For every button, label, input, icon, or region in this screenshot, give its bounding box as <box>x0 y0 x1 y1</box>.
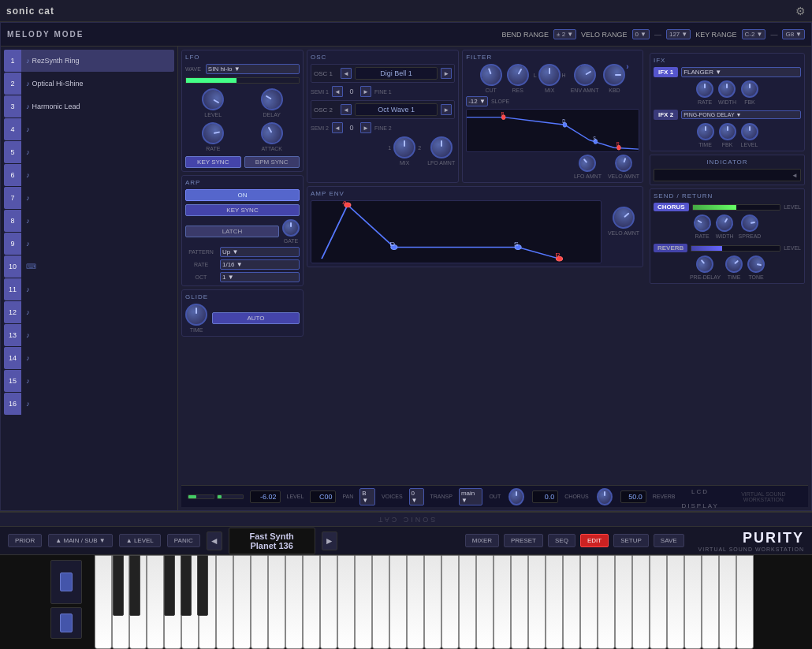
preset-item-7[interactable]: 7♪ <box>4 187 174 209</box>
white-key-e2[interactable] <box>251 555 268 649</box>
key-range-max-select[interactable]: G8 ▼ <box>782 29 805 39</box>
ifx2-time-knob[interactable] <box>697 123 714 140</box>
arp-oct-select[interactable]: 1 ▼ <box>220 272 300 282</box>
seq-btn[interactable]: SEQ <box>548 534 575 547</box>
filter-cut-knob[interactable] <box>477 61 505 89</box>
chorus-width-knob[interactable] <box>713 211 736 235</box>
white-key-g2[interactable] <box>285 555 303 649</box>
white-key-a3[interactable] <box>424 555 441 649</box>
white-key-f1[interactable] <box>147 555 164 649</box>
white-key-b2[interactable] <box>320 555 337 649</box>
voices-select[interactable]: B ▼ <box>359 488 375 505</box>
prior-btn[interactable]: PRIOR <box>8 534 42 547</box>
panic-btn[interactable]: PANIC <box>167 534 200 547</box>
white-key-e6[interactable] <box>736 555 754 649</box>
preset-btn[interactable]: PRESET <box>504 534 543 547</box>
transp-select[interactable]: 0 ▼ <box>409 488 424 505</box>
preset-item-11[interactable]: 11♪ <box>4 278 174 300</box>
filter-env-amnt-knob[interactable] <box>569 60 599 90</box>
preset-prev-btn[interactable]: ◄ <box>207 532 222 550</box>
filter-slope-select[interactable]: -12 ▼ <box>466 96 488 106</box>
filter-kbd-knob[interactable] <box>603 64 625 86</box>
ifx1-fbk-knob[interactable] <box>741 80 758 98</box>
preset-item-15[interactable]: 15♪ <box>4 370 174 392</box>
osc1-semi-up[interactable]: ► <box>360 86 371 97</box>
chorus-level-bar[interactable] <box>692 204 781 211</box>
level-btn[interactable]: ▲ LEVEL <box>119 534 161 547</box>
out-select[interactable]: main ▼ <box>459 488 482 505</box>
preset-item-1[interactable]: 1 ♪ RezSynth Ring <box>4 50 174 72</box>
lfo-level-knob[interactable] <box>198 84 228 114</box>
white-key-c3[interactable] <box>337 555 355 649</box>
preset-next-btn[interactable]: ► <box>322 532 337 550</box>
filter-res-knob[interactable] <box>503 60 533 90</box>
preset-item-10[interactable]: 10⌨ <box>4 255 174 278</box>
lfo-rate-knob[interactable] <box>200 121 225 146</box>
white-key-d6[interactable] <box>719 555 736 649</box>
arp-on-btn[interactable]: ON <box>185 189 300 201</box>
osc-lfo-amnt-knob[interactable] <box>430 136 453 159</box>
mixer-btn[interactable]: MIXER <box>465 534 499 547</box>
preset-item-8[interactable]: 8♪ <box>4 210 174 232</box>
white-key-c6[interactable] <box>702 555 719 649</box>
white-key-d2[interactable] <box>233 555 251 649</box>
white-key-c4[interactable] <box>459 555 476 649</box>
osc2-prev-btn[interactable]: ◄ <box>341 104 352 115</box>
preset-item-13[interactable]: 13♪ <box>4 324 174 346</box>
ifx1-rate-knob[interactable] <box>696 80 713 98</box>
master-knob[interactable] <box>508 488 524 505</box>
white-key-c5[interactable] <box>580 555 598 649</box>
arp-pattern-select[interactable]: Up ▼ <box>220 247 300 257</box>
reverb-master-knob[interactable] <box>597 488 613 505</box>
osc2-next-btn[interactable]: ► <box>441 104 452 115</box>
preset-item-2[interactable]: 2 ♪ Optical Hi-Shine <box>4 73 174 95</box>
white-key-a2[interactable] <box>303 555 320 649</box>
main-sub-btn[interactable]: ▲ MAIN / SUB ▼ <box>48 534 112 547</box>
preset-item-9[interactable]: 9♪ <box>4 233 174 255</box>
edit-btn[interactable]: EDIT <box>580 534 609 547</box>
white-key-e3[interactable] <box>372 555 389 649</box>
arp-latch-btn[interactable]: LATCH <box>185 226 279 237</box>
preset-item-3[interactable]: 3 ♪ Harmonic Lead <box>4 95 174 117</box>
chorus-rate-knob[interactable] <box>691 211 714 235</box>
save-btn[interactable]: SAVE <box>654 534 684 547</box>
ifx1-width-knob[interactable] <box>718 80 736 98</box>
white-key-d5[interactable] <box>598 555 615 649</box>
white-key-d3[interactable] <box>355 555 372 649</box>
white-key-f4[interactable] <box>511 555 528 649</box>
white-key-c2[interactable] <box>216 555 233 649</box>
ifx2-btn[interactable]: IFX 2 <box>654 110 678 120</box>
preset-item-5[interactable]: 5♪ <box>4 141 174 163</box>
white-key-g3[interactable] <box>407 555 424 649</box>
amp-env-velo-knob[interactable] <box>608 202 639 233</box>
white-key-e4[interactable] <box>494 555 511 649</box>
osc1-prev-btn[interactable]: ◄ <box>341 68 352 79</box>
osc-mix-knob[interactable] <box>393 136 415 159</box>
key-range-min-select[interactable]: C-2 ▼ <box>742 29 766 39</box>
white-key-d1[interactable] <box>112 555 129 649</box>
preset-item-14[interactable]: 14♪ <box>4 347 174 369</box>
white-key-g4[interactable] <box>528 555 546 649</box>
ifx1-type-select[interactable]: FLANGER ▼ <box>681 67 801 77</box>
reverb-predelay-knob[interactable] <box>693 252 717 277</box>
preset-item-12[interactable]: 12♪ <box>4 301 174 323</box>
lfo-wave-select[interactable]: SIN hi-lo ▼ <box>206 64 300 74</box>
ifx2-type-select[interactable]: PING-PONG DELAY ▼ <box>681 110 801 119</box>
white-key-a1[interactable] <box>181 555 199 649</box>
chorus-spread-knob[interactable] <box>739 213 759 233</box>
white-key-a4[interactable] <box>546 555 563 649</box>
arp-key-sync-btn[interactable]: KEY SYNC <box>185 204 300 216</box>
osc1-semi-down[interactable]: ◄ <box>332 86 343 97</box>
ifx2-fbk-knob[interactable] <box>719 123 736 140</box>
filter-mix-knob[interactable] <box>538 64 561 86</box>
glide-time-knob[interactable] <box>185 304 207 326</box>
preset-item-4[interactable]: 4♪ <box>4 118 174 140</box>
pitch-bend-1[interactable] <box>50 560 82 604</box>
white-key-b4[interactable] <box>563 555 580 649</box>
white-key-b1[interactable] <box>199 555 216 649</box>
filter-lfo-amnt-knob[interactable] <box>575 151 600 176</box>
lfo-key-sync-btn[interactable]: KEY SYNC <box>185 156 241 168</box>
white-key-d4[interactable] <box>476 555 494 649</box>
lfo-bpm-sync-btn[interactable]: BPM SYNC <box>244 156 300 168</box>
white-key-b5[interactable] <box>684 555 702 649</box>
